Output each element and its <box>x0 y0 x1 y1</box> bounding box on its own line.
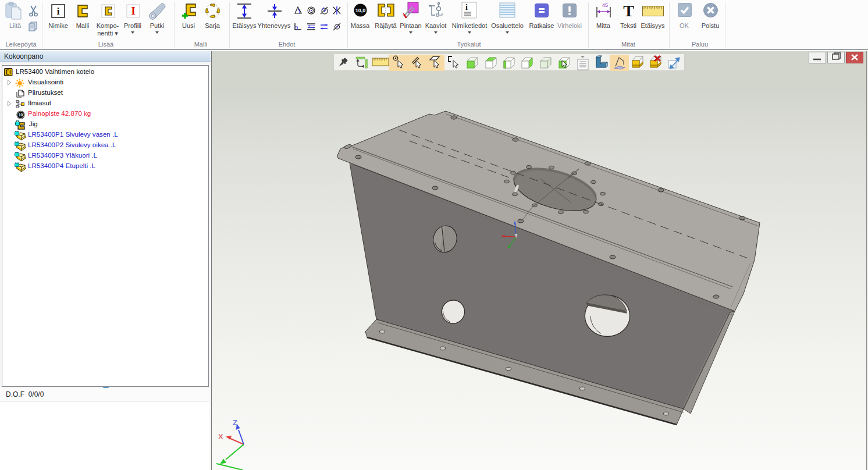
svg-text:I: I <box>131 5 135 17</box>
svg-text:i: i <box>465 3 468 12</box>
svg-text:Z: Z <box>233 418 237 427</box>
svg-text:10,0: 10,0 <box>355 8 366 13</box>
svg-text:i: i <box>57 6 60 17</box>
svg-text:T: T <box>623 3 634 18</box>
svg-text:45: 45 <box>602 2 608 8</box>
svg-text:10: 10 <box>19 113 23 117</box>
svg-text:X: X <box>218 432 223 441</box>
